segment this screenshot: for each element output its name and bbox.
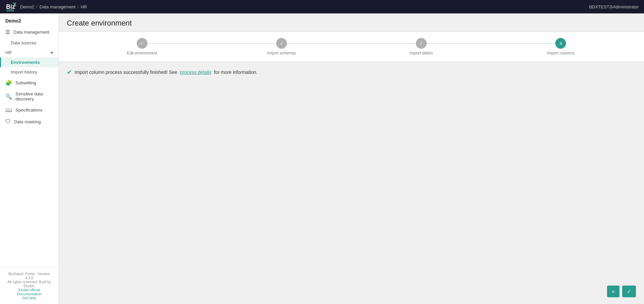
logo: Biz Data X	[5, 1, 16, 12]
footer-link-help[interactable]: Get help	[5, 296, 53, 300]
chevron-down-icon: ▾	[51, 50, 53, 55]
subsetting-icon: 🧩	[5, 80, 12, 86]
sidebar-item-sensitive-label: Sensitive data discovery	[15, 91, 53, 101]
step-1-label: Edit environment	[127, 51, 157, 55]
sidebar-item-masking-label: Data masking	[14, 119, 41, 124]
sidebar-footer: BizDataX Portal - Version 4.3.0 All righ…	[0, 267, 58, 304]
breadcrumb-hr[interactable]: HR	[81, 4, 87, 9]
sidebar-item-sensitive-data[interactable]: 🔍 Sensitive data discovery	[0, 89, 58, 104]
content-area: ✔ Import column process successfully fin…	[59, 62, 644, 304]
step-4-label: Import columns	[547, 51, 574, 55]
sidebar-item-hr-dropdown[interactable]: HR ▾	[0, 48, 58, 57]
shield-icon: 🛡	[5, 119, 11, 125]
logo-icon: Biz Data X	[5, 1, 16, 12]
sidebar-section-title: Demo2	[0, 13, 58, 26]
step-3-circle: ✓	[416, 38, 427, 49]
stepper: ✓ Edit environment ✓ Import schemas ✓ Im…	[59, 32, 644, 62]
back-button[interactable]: «	[607, 286, 619, 297]
step-2-circle: ✓	[276, 38, 287, 49]
sidebar-item-specifications-label: Specifications	[15, 107, 42, 113]
breadcrumb-sep2: /	[78, 4, 79, 9]
sidebar-item-data-management[interactable]: ☰ Data management	[0, 26, 58, 38]
sidebar-item-data-sources[interactable]: Data sources	[0, 38, 58, 48]
breadcrumb: Demo2 / Data management / HR	[20, 4, 87, 9]
breadcrumb-sep1: /	[36, 4, 38, 9]
action-buttons: « ✓	[607, 286, 636, 297]
sidebar-item-data-management-label: Data management	[13, 30, 49, 35]
topnav-user: BDXTEST3\Administrator	[589, 4, 639, 9]
footer-link-docs[interactable]: Documentation	[5, 292, 53, 296]
footer-rights: All rights reserved. Built by Ekobit.	[5, 280, 53, 288]
step-2: ✓ Import schemas	[212, 38, 352, 55]
main-content: Create environment ✓ Edit environment ✓ …	[59, 13, 644, 304]
step-4: 4 Import columns	[491, 38, 631, 55]
breadcrumb-demo2[interactable]: Demo2	[20, 4, 34, 9]
sidebar-top: Demo2 ☰ Data management Data sources HR …	[0, 13, 58, 127]
sidebar-hr-left: HR	[5, 50, 12, 55]
step-1: ✓ Edit environment	[72, 38, 212, 55]
finish-button[interactable]: ✓	[622, 286, 636, 297]
footer-version: BizDataX Portal - Version 4.3.0	[5, 272, 53, 280]
sidebar-item-subsetting-label: Subsetting	[15, 80, 36, 85]
step-1-circle: ✓	[137, 38, 147, 49]
step-3-label: Import tables	[410, 51, 433, 55]
sidebar-item-environments[interactable]: Environments	[0, 57, 58, 67]
breadcrumb-data-management[interactable]: Data management	[40, 4, 76, 9]
success-text: Import column process successfully finis…	[75, 70, 177, 75]
layout: Demo2 ☰ Data management Data sources HR …	[0, 13, 644, 304]
book-icon: 📖	[5, 107, 12, 113]
process-details-link[interactable]: process details	[180, 70, 211, 75]
sidebar-item-data-masking[interactable]: 🛡 Data masking	[0, 116, 58, 127]
success-message: ✔ Import column process successfully fin…	[67, 69, 636, 76]
sidebar-item-specifications[interactable]: 📖 Specifications	[0, 104, 58, 116]
step-3: ✓ Import tables	[351, 38, 491, 55]
topnav-left: Biz Data X Demo2 / Data management / HR	[5, 1, 87, 12]
search-icon: 🔍	[5, 93, 12, 100]
page-title: Create environment	[67, 19, 636, 28]
success-suffix: for more information.	[214, 70, 257, 75]
sidebar-item-subsetting[interactable]: 🧩 Subsetting	[0, 77, 58, 89]
success-checkmark-icon: ✔	[67, 69, 72, 76]
svg-text:Data: Data	[7, 8, 14, 12]
sidebar-item-import-history[interactable]: Import history	[0, 67, 58, 77]
footer-link-official[interactable]: Ekobit official	[5, 288, 53, 292]
step-4-circle: 4	[555, 38, 566, 49]
svg-text:X: X	[13, 1, 16, 8]
topnav: Biz Data X Demo2 / Data management / HR …	[0, 0, 644, 13]
sidebar-hr-label: HR	[5, 50, 12, 55]
data-management-icon: ☰	[5, 29, 10, 35]
step-2-label: Import schemas	[267, 51, 296, 55]
sidebar: Demo2 ☰ Data management Data sources HR …	[0, 13, 59, 304]
page-header: Create environment	[59, 13, 644, 32]
